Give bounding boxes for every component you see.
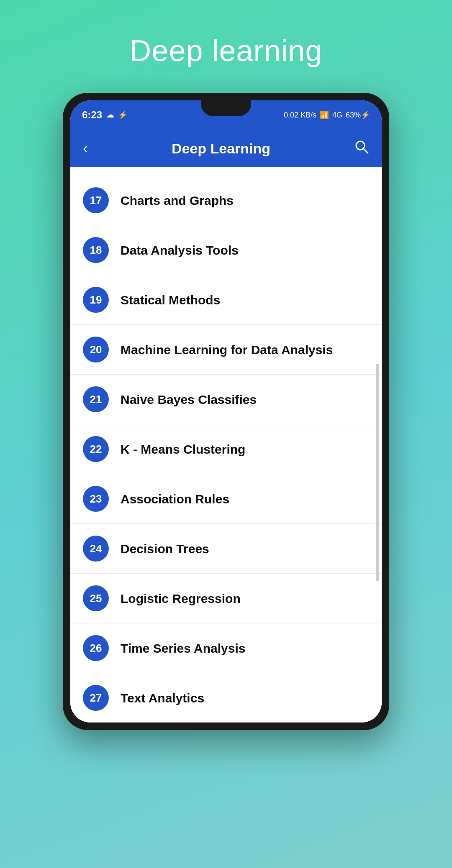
back-button[interactable]: ‹ (83, 141, 88, 156)
item-label: Statical Methods (121, 292, 220, 308)
svg-line-1 (364, 149, 368, 153)
app-header: ‹ Deep Learning (70, 130, 382, 167)
item-number-badge: 26 (83, 635, 109, 661)
status-bar: 6:23 ☁ ⚡ 0.02 KB/s 📶 4G 63%⚡ (70, 100, 382, 130)
item-number-badge: 17 (83, 187, 109, 213)
item-number-badge: 19 (83, 287, 109, 313)
scrollbar[interactable] (376, 364, 379, 581)
search-button[interactable] (354, 139, 369, 158)
item-number-badge: 22 (83, 436, 109, 462)
list-item[interactable]: 21Naive Bayes Classifies (70, 375, 382, 424)
notch (201, 100, 251, 116)
item-label: Time Series Analysis (121, 640, 246, 656)
status-left: 6:23 ☁ ⚡ (82, 109, 127, 121)
status-signal-icon: 📶 (320, 110, 329, 120)
item-number-badge: 18 (83, 237, 109, 263)
header-title: Deep Learning (172, 140, 270, 157)
list-item[interactable]: 24Decision Trees (70, 524, 382, 574)
page-background-title: Deep learning (129, 33, 322, 68)
item-number-badge: 23 (83, 486, 109, 512)
item-label: Association Rules (121, 491, 229, 507)
phone-frame: 6:23 ☁ ⚡ 0.02 KB/s 📶 4G 63%⚡ ‹ Deep Lear… (63, 93, 389, 730)
status-usb-icon: ⚡ (118, 110, 127, 120)
topic-list: 17Charts and Graphs18Data Analysis Tools… (70, 167, 382, 722)
item-label: Text Analytics (121, 690, 204, 706)
list-item[interactable]: 17Charts and Graphs (70, 176, 382, 225)
status-network-info: 0.02 KB/s (284, 111, 316, 120)
list-items-container: 17Charts and Graphs18Data Analysis Tools… (70, 176, 382, 722)
item-label: Decision Trees (121, 541, 209, 557)
status-right: 0.02 KB/s 📶 4G 63%⚡ (284, 110, 370, 120)
list-item[interactable]: 23Association Rules (70, 474, 382, 524)
status-time: 6:23 (82, 109, 102, 121)
item-number-badge: 25 (83, 585, 109, 611)
item-label: Machine Learning for Data Analysis (121, 342, 333, 358)
list-item[interactable]: 27Text Analytics (70, 673, 382, 722)
item-label: K - Means Clustering (121, 441, 245, 457)
search-icon (354, 139, 369, 154)
list-item[interactable]: 26Time Series Analysis (70, 623, 382, 673)
list-item[interactable]: 20Machine Learning for Data Analysis (70, 325, 382, 375)
item-label: Charts and Graphs (121, 192, 234, 209)
item-number-badge: 21 (83, 386, 109, 412)
item-label: Data Analysis Tools (121, 242, 239, 258)
status-cloud-icon: ☁ (106, 110, 114, 120)
item-number-badge: 24 (83, 536, 109, 562)
list-item[interactable]: 19Statical Methods (70, 275, 382, 325)
item-number-badge: 20 (83, 337, 109, 363)
status-4g-icon: 4G (332, 111, 342, 120)
status-battery: 63%⚡ (346, 110, 370, 120)
list-item[interactable]: 25Logistic Regression (70, 574, 382, 623)
item-label: Logistic Regression (121, 590, 241, 607)
list-item[interactable]: 22K - Means Clustering (70, 424, 382, 474)
list-item[interactable]: 18Data Analysis Tools (70, 225, 382, 275)
item-label: Naive Bayes Classifies (121, 391, 257, 408)
phone-screen: 6:23 ☁ ⚡ 0.02 KB/s 📶 4G 63%⚡ ‹ Deep Lear… (70, 100, 382, 722)
item-number-badge: 27 (83, 685, 109, 711)
